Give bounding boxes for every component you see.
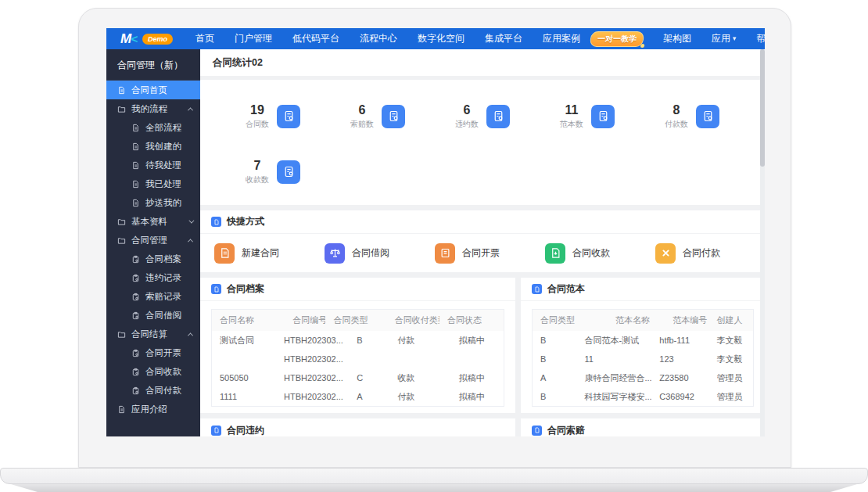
quick-action[interactable]: 合同收款 [545,243,610,264]
laptop-base [0,468,868,484]
folder-icon [117,330,126,339]
sidebar-item[interactable]: 全部流程 [106,118,200,137]
chevron-down-icon [188,217,194,223]
clipboard-icon [131,349,140,357]
table-row[interactable]: B 合同范本-测试 htfb-111 李文毅 [533,331,753,350]
table-row[interactable]: 测试合同 HTBH202303... B 付款 拟稿中 [212,331,504,350]
file-gear-icon [591,105,615,128]
contract-claim-section: 合同索赔 [521,418,765,436]
folder-icon [117,105,126,113]
nav-menu-item[interactable]: 低代码平台 [282,28,350,49]
section-title: 合同档案 [227,282,264,296]
nav-right-item[interactable]: 应用 ▾ [701,28,747,49]
section-icon [532,284,542,294]
laptop-lip [11,484,857,492]
nav-menu-item[interactable]: 数字化空间 [407,28,475,49]
quick-action[interactable]: 合同借阅 [325,243,389,264]
table-row[interactable]: B 11 123 李文毅 [533,350,753,368]
sidebar-item[interactable]: 索赔记录 [106,287,200,306]
section-title: 合同范本 [547,282,585,296]
logo-accent-icon: < [131,32,138,45]
chevron-down-icon: ▾ [733,35,737,42]
sidebar-item[interactable]: 合同管理 [106,231,200,250]
section-icon [211,426,221,436]
stat-card: 19 合同数 [221,99,325,134]
sidebar-title: 合同管理（新） [106,49,200,81]
stat-card: 8 付款数 [640,99,744,134]
sidebar-item[interactable]: 合同结算 [106,325,200,343]
column-header: 合同类型 [533,314,608,326]
stat-label: 收款数 [246,174,269,185]
table-row[interactable]: 505050 HTBH202302... C 收款 拟稿中 [212,368,504,387]
table-row[interactable]: HTBH202302... [212,350,504,368]
stat-card: 6 索赔数 [325,99,430,134]
clipboard-icon [131,274,140,282]
receive-doc-icon [550,247,561,259]
column-header: 合同收付类型 [387,314,439,326]
sidebar-item[interactable]: 合同首页 [106,81,200,99]
nav-menu: 首页 门户管理 低代码平台 流程中心 数字化空间 集成平台 应用案例 [185,28,590,49]
promo-badge[interactable]: 一对一教学 [590,31,644,47]
document-icon [117,405,126,414]
nav-right-area: 一对一教学 架构图 应用 ▾ [590,28,765,49]
section-icon [532,426,542,436]
app-window: M < Demo 首页 门户管理 低代码平台 流程中心 数字化空间 [106,28,765,436]
file-gear-icon [382,105,405,128]
contract-breach-section: 合同违约 [200,418,515,436]
document-icon [131,124,140,132]
section-title: 合同违约 [227,424,264,437]
folder-icon [117,236,126,245]
sidebar-item[interactable]: 我的流程 [106,99,200,118]
sidebar-item[interactable]: 基本资料 [106,212,200,231]
column-header: 合同名称 [212,314,285,326]
stat-card: 6 违约数 [430,99,535,134]
sidebar-item[interactable]: 待我处理 [106,156,200,174]
pay-cross-icon [660,247,672,259]
column-header: 创建人 [709,314,743,326]
quick-action[interactable]: 合同开票 [435,243,500,264]
sidebar-item[interactable]: 我已处理 [106,174,200,193]
nav-menu-item[interactable]: 应用案例 [533,28,590,49]
section-title: 快捷方式 [227,215,264,228]
column-header: 合同状态 [439,314,482,326]
sidebar-item[interactable]: 合同档案 [106,250,200,268]
sidebar-item[interactable]: 合同收款 [106,362,200,381]
sidebar-item[interactable]: 合同开票 [106,343,200,362]
sidebar-item[interactable]: 抄送我的 [106,193,200,212]
section-icon [211,284,221,294]
sidebar-item[interactable]: 我创建的 [106,137,200,156]
document-icon [117,86,126,95]
stat-card: 7 收款数 [221,154,325,189]
sidebar-item[interactable]: 应用介绍 [106,400,200,418]
sidebar-item[interactable]: 违约记录 [106,268,200,287]
nav-menu-item[interactable]: 集成平台 [475,28,533,49]
section-title: 合同索赔 [547,424,585,437]
sidebar-item[interactable]: 合同付款 [106,381,200,400]
clipboard-icon [131,311,140,320]
quick-action[interactable]: 合同付款 [655,243,720,264]
nav-right-item[interactable]: 架构图 [653,28,701,49]
scrollbar-track[interactable] [760,49,765,436]
page-title: 合同统计02 [200,49,765,76]
chevron-up-icon [188,107,193,113]
nav-menu-item[interactable]: 首页 [185,28,224,49]
stat-card: 11 范本数 [535,99,640,134]
table-row[interactable]: 1111 HTBH202302... A 付款 拟稿中 [212,387,504,406]
sidebar-item[interactable]: 合同借阅 [106,306,200,325]
clipboard-icon [131,386,140,395]
quick-action[interactable]: 新建合同 [214,243,279,264]
stat-value: 6 [455,102,479,117]
table-row[interactable]: A 康特合同经营合... Z23580 管理员 [533,368,753,387]
nav-menu-item[interactable]: 门户管理 [224,28,282,49]
folder-icon [117,217,126,226]
nav-right-item[interactable]: 帮助 ▾ [746,28,765,49]
chevron-up-icon [188,332,193,338]
table-row[interactable]: B 科技园写字楼安... C368942 管理员 [533,387,753,406]
nav-menu-item[interactable]: 流程中心 [350,28,407,49]
brand-logo[interactable]: M < Demo [120,31,173,47]
document-icon [131,142,140,151]
scrollbar-thumb[interactable] [760,49,765,167]
column-header: 合同编号 [285,314,325,326]
column-header: 合同类型 [325,314,386,326]
file-gear-icon [277,160,300,184]
